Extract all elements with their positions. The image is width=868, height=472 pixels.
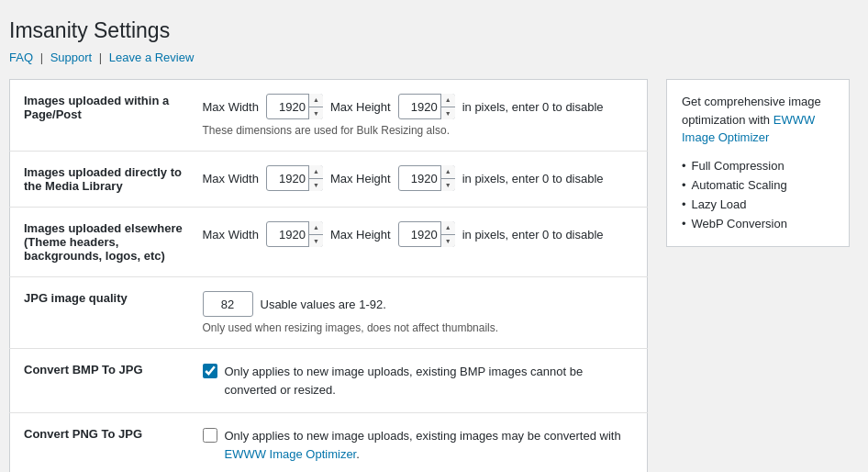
row-jpg-quality: JPG image quality Usable values are 1-92… bbox=[10, 277, 648, 349]
sidebar: Get comprehensive image optimization wit… bbox=[666, 79, 850, 472]
settings-table: Images uploaded within a Page/Post Max W… bbox=[9, 79, 648, 472]
suffix-3: in pixels, enter 0 to disable bbox=[462, 228, 604, 242]
max-height-down-3[interactable]: ▼ bbox=[440, 235, 455, 248]
row-page-post: Images uploaded within a Page/Post Max W… bbox=[10, 80, 648, 152]
row-media-library: Images uploaded directly to the Media Li… bbox=[10, 152, 648, 208]
max-width-up-1[interactable]: ▲ bbox=[308, 94, 323, 107]
max-width-input-wrap-1: ▲ ▼ bbox=[266, 94, 323, 119]
sidebar-promo-box: Get comprehensive image optimization wit… bbox=[666, 79, 850, 247]
convert-bmp-label: Convert BMP To JPG bbox=[10, 349, 194, 413]
feature-1: Full Compression bbox=[682, 156, 834, 175]
max-width-down-1[interactable]: ▼ bbox=[308, 107, 323, 120]
feature-3: Lazy Load bbox=[682, 195, 834, 214]
max-height-label-2: Max Height bbox=[330, 172, 391, 185]
nav-links: FAQ | Support | Leave a Review bbox=[9, 51, 850, 64]
jpg-quality-note: Only used when resizing images, does not… bbox=[203, 321, 639, 334]
max-width-label-2: Max Width bbox=[203, 172, 259, 185]
nav-separator-1: | bbox=[40, 51, 43, 64]
max-width-input-wrap-2: ▲ ▼ bbox=[266, 165, 323, 191]
max-width-up-3[interactable]: ▲ bbox=[308, 221, 323, 235]
sidebar-features-list: Full Compression Automatic Scaling Lazy … bbox=[682, 156, 834, 233]
row-convert-bmp: Convert BMP To JPG Only applies to new i… bbox=[10, 349, 648, 413]
max-height-label-3: Max Height bbox=[330, 228, 391, 242]
row-convert-png: Convert PNG To JPG Only applies to new i… bbox=[10, 413, 648, 473]
feature-4: WebP Conversion bbox=[682, 214, 834, 233]
max-height-input-wrap-1: ▲ ▼ bbox=[398, 94, 455, 119]
max-height-up-3[interactable]: ▲ bbox=[440, 221, 455, 235]
jpg-quality-description: Usable values are 1-92. bbox=[261, 298, 386, 311]
convert-bmp-description: Only applies to new image uploads, exist… bbox=[225, 363, 639, 399]
max-height-down-2[interactable]: ▼ bbox=[440, 179, 455, 192]
row-elsewhere-label: Images uploaded elsewhere (Theme headers… bbox=[10, 208, 194, 277]
suffix-2: in pixels, enter 0 to disable bbox=[462, 172, 604, 185]
row-page-post-label: Images uploaded within a Page/Post bbox=[10, 80, 194, 152]
support-link[interactable]: Support bbox=[50, 51, 93, 64]
row-media-library-label: Images uploaded directly to the Media Li… bbox=[10, 152, 194, 208]
max-height-input-wrap-2: ▲ ▼ bbox=[398, 165, 455, 191]
jpg-quality-input[interactable] bbox=[203, 291, 253, 317]
max-width-input-wrap-3: ▲ ▼ bbox=[266, 221, 323, 247]
row-1-note: These dimensions are used for Bulk Resiz… bbox=[203, 124, 639, 137]
convert-png-checkbox[interactable] bbox=[203, 428, 217, 443]
convert-bmp-checkbox[interactable] bbox=[203, 364, 217, 378]
max-width-down-2[interactable]: ▼ bbox=[308, 179, 323, 192]
ewww-link-png[interactable]: EWWW Image Optimizer bbox=[225, 447, 357, 461]
max-width-up-2[interactable]: ▲ bbox=[308, 165, 323, 179]
convert-png-label: Convert PNG To JPG bbox=[10, 413, 194, 473]
jpg-quality-label: JPG image quality bbox=[10, 277, 194, 349]
feature-2: Automatic Scaling bbox=[682, 175, 834, 195]
max-width-down-3[interactable]: ▼ bbox=[308, 235, 323, 248]
max-height-down-1[interactable]: ▼ bbox=[440, 107, 455, 120]
leave-review-link[interactable]: Leave a Review bbox=[109, 51, 195, 64]
suffix-1: in pixels, enter 0 to disable bbox=[462, 100, 604, 114]
page-title: Imsanity Settings bbox=[9, 18, 850, 43]
faq-link[interactable]: FAQ bbox=[9, 51, 33, 64]
nav-separator-2: | bbox=[99, 51, 102, 64]
max-width-label-1: Max Width bbox=[203, 100, 259, 114]
sidebar-promo-text: Get comprehensive image optimization wit… bbox=[682, 93, 834, 147]
max-height-up-2[interactable]: ▲ bbox=[440, 165, 455, 179]
row-elsewhere: Images uploaded elsewhere (Theme headers… bbox=[10, 208, 648, 277]
max-height-input-wrap-3: ▲ ▼ bbox=[398, 221, 455, 247]
convert-png-description: Only applies to new image uploads, exist… bbox=[225, 427, 639, 463]
max-width-label-3: Max Width bbox=[203, 228, 259, 242]
max-height-up-1[interactable]: ▲ bbox=[440, 94, 455, 107]
max-height-label-1: Max Height bbox=[330, 100, 391, 114]
